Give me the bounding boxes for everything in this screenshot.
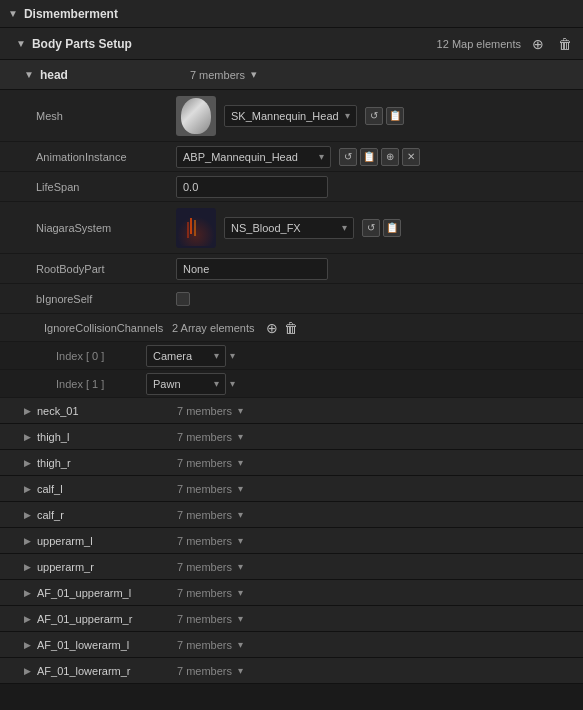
mesh-dropdown[interactable]: SK_Mannequin_Head ▾ xyxy=(224,105,357,127)
body-part-name-AF_01_upperarm_r: AF_01_upperarm_r xyxy=(37,613,177,625)
body-part-arrow-calf_r: ▶ xyxy=(24,510,31,520)
index-0-value: Camera xyxy=(153,350,192,362)
body-part-arrow-AF_01_lowerarm_r: ▶ xyxy=(24,666,31,676)
body-part-members-thigh_l: 7 members xyxy=(177,431,232,443)
body-part-name-thigh_r: thigh_r xyxy=(37,457,177,469)
body-part-arrow-neck_01: ▶ xyxy=(24,406,31,416)
body-part-members-AF_01_upperarm_r: 7 members xyxy=(177,613,232,625)
delete-map-button[interactable]: 🗑 xyxy=(555,35,575,53)
body-part-row-thigh_r[interactable]: ▶ thigh_r 7 members ▾ xyxy=(0,450,583,476)
bignore-self-checkbox[interactable] xyxy=(176,292,190,306)
dismemberment-label: Dismemberment xyxy=(24,7,118,21)
lifespan-input[interactable] xyxy=(176,176,328,198)
head-members: 7 members xyxy=(190,69,245,81)
root-body-part-row: RootBodyPart xyxy=(0,254,583,284)
bignore-self-row: bIgnoreSelf xyxy=(0,284,583,314)
body-part-arrow-upperarm_l: ▶ xyxy=(24,536,31,546)
niagara-reset-icon[interactable]: ↺ xyxy=(362,219,380,237)
niagara-dropdown[interactable]: NS_Blood_FX ▾ xyxy=(224,217,354,239)
body-part-row-upperarm_r[interactable]: ▶ upperarm_r 7 members ▾ xyxy=(0,554,583,580)
index-0-arrow: ▾ xyxy=(214,350,219,361)
body-part-name-upperarm_l: upperarm_l xyxy=(37,535,177,547)
body-part-row-AF_01_lowerarm_l[interactable]: ▶ AF_01_lowerarm_l 7 members ▾ xyxy=(0,632,583,658)
dismemberment-arrow: ▼ xyxy=(8,8,18,19)
head-label: head xyxy=(40,68,190,82)
index-1-row: Index [ 1 ] Pawn ▾ ▾ xyxy=(0,370,583,398)
body-part-expand-upperarm_l: ▾ xyxy=(238,535,243,546)
index-1-expand[interactable]: ▾ xyxy=(230,378,235,389)
anim-action-icons: ↺ 📋 ⊕ ✕ xyxy=(339,148,420,166)
body-part-name-AF_01_upperarm_l: AF_01_upperarm_l xyxy=(37,587,177,599)
lifespan-row: LifeSpan xyxy=(0,172,583,202)
body-part-row-AF_01_lowerarm_r[interactable]: ▶ AF_01_lowerarm_r 7 members ▾ xyxy=(0,658,583,684)
body-part-name-thigh_l: thigh_l xyxy=(37,431,177,443)
body-part-row-calf_r[interactable]: ▶ calf_r 7 members ▾ xyxy=(0,502,583,528)
body-part-members-upperarm_r: 7 members xyxy=(177,561,232,573)
body-part-arrow-AF_01_upperarm_l: ▶ xyxy=(24,588,31,598)
anim-instance-dropdown[interactable]: ABP_Mannequin_Head ▾ xyxy=(176,146,331,168)
mesh-copy-icon[interactable]: 📋 xyxy=(386,107,404,125)
niagara-copy-icon[interactable]: 📋 xyxy=(383,219,401,237)
anim-add-icon[interactable]: ⊕ xyxy=(381,148,399,166)
root-body-part-label: RootBodyPart xyxy=(36,263,176,275)
niagara-dropdown-value: NS_Blood_FX xyxy=(231,222,301,234)
mesh-thumbnail xyxy=(176,96,216,136)
mesh-dropdown-value: SK_Mannequin_Head xyxy=(231,110,339,122)
body-part-row-AF_01_upperarm_l[interactable]: ▶ AF_01_upperarm_l 7 members ▾ xyxy=(0,580,583,606)
body-part-members-calf_l: 7 members xyxy=(177,483,232,495)
ignore-collision-header[interactable]: IgnoreCollisionChannels 2 Array elements… xyxy=(0,314,583,342)
add-array-button[interactable]: ⊕ xyxy=(263,319,281,337)
body-part-name-calf_r: calf_r xyxy=(37,509,177,521)
body-parts-label: Body Parts Setup xyxy=(32,37,132,51)
mesh-row: Mesh SK_Mannequin_Head ▾ ↺ 📋 xyxy=(0,90,583,142)
add-map-button[interactable]: ⊕ xyxy=(529,35,547,53)
body-part-name-neck_01: neck_01 xyxy=(37,405,177,417)
index-0-row: Index [ 0 ] Camera ▾ ▾ xyxy=(0,342,583,370)
body-part-arrow-calf_l: ▶ xyxy=(24,484,31,494)
body-part-members-AF_01_lowerarm_l: 7 members xyxy=(177,639,232,651)
body-part-expand-AF_01_lowerarm_l: ▾ xyxy=(238,639,243,650)
body-part-row-calf_l[interactable]: ▶ calf_l 7 members ▾ xyxy=(0,476,583,502)
body-part-name-upperarm_r: upperarm_r xyxy=(37,561,177,573)
body-part-expand-upperarm_r: ▾ xyxy=(238,561,243,572)
anim-instance-arrow: ▾ xyxy=(319,151,324,162)
body-part-expand-calf_l: ▾ xyxy=(238,483,243,494)
body-part-name-AF_01_lowerarm_r: AF_01_lowerarm_r xyxy=(37,665,177,677)
mesh-dropdown-arrow: ▾ xyxy=(345,110,350,121)
body-parts-list: ▶ neck_01 7 members ▾ ▶ thigh_l 7 member… xyxy=(0,398,583,684)
body-part-row-thigh_l[interactable]: ▶ thigh_l 7 members ▾ xyxy=(0,424,583,450)
delete-array-button[interactable]: 🗑 xyxy=(281,319,301,337)
body-part-arrow-AF_01_upperarm_r: ▶ xyxy=(24,614,31,624)
body-part-arrow-AF_01_lowerarm_l: ▶ xyxy=(24,640,31,650)
mesh-reset-icon[interactable]: ↺ xyxy=(365,107,383,125)
index-0-dropdown[interactable]: Camera ▾ xyxy=(146,345,226,367)
body-part-row-upperarm_l[interactable]: ▶ upperarm_l 7 members ▾ xyxy=(0,528,583,554)
body-part-expand-AF_01_upperarm_l: ▾ xyxy=(238,587,243,598)
mesh-action-icons: ↺ 📋 xyxy=(365,107,404,125)
ignore-collision-label: IgnoreCollisionChannels xyxy=(44,322,172,334)
niagara-thumbnail xyxy=(176,208,216,248)
bignore-self-label: bIgnoreSelf xyxy=(36,293,176,305)
body-part-members-calf_r: 7 members xyxy=(177,509,232,521)
body-part-row-AF_01_upperarm_r[interactable]: ▶ AF_01_upperarm_r 7 members ▾ xyxy=(0,606,583,632)
index-1-dropdown[interactable]: Pawn ▾ xyxy=(146,373,226,395)
body-part-members-neck_01: 7 members xyxy=(177,405,232,417)
niagara-dropdown-arrow: ▾ xyxy=(342,222,347,233)
head-section-row[interactable]: ▼ head 7 members ▾ xyxy=(0,60,583,90)
body-part-members-AF_01_upperarm_l: 7 members xyxy=(177,587,232,599)
dismemberment-header[interactable]: ▼ Dismemberment xyxy=(0,0,583,28)
body-parts-setup-row[interactable]: ▼ Body Parts Setup 12 Map elements ⊕ 🗑 xyxy=(0,28,583,60)
lifespan-label: LifeSpan xyxy=(36,181,176,193)
anim-close-icon[interactable]: ✕ xyxy=(402,148,420,166)
anim-reset-icon[interactable]: ↺ xyxy=(339,148,357,166)
anim-copy-icon[interactable]: 📋 xyxy=(360,148,378,166)
body-part-row-neck_01[interactable]: ▶ neck_01 7 members ▾ xyxy=(0,398,583,424)
niagara-system-label: NiagaraSystem xyxy=(36,222,176,234)
head-expand-icon: ▾ xyxy=(251,68,257,81)
array-count: 2 Array elements xyxy=(172,322,255,334)
head-properties: Mesh SK_Mannequin_Head ▾ ↺ 📋 AnimationIn… xyxy=(0,90,583,398)
index-0-expand[interactable]: ▾ xyxy=(230,350,235,361)
body-part-expand-thigh_l: ▾ xyxy=(238,431,243,442)
root-body-part-input[interactable] xyxy=(176,258,328,280)
animation-instance-label: AnimationInstance xyxy=(36,151,176,163)
